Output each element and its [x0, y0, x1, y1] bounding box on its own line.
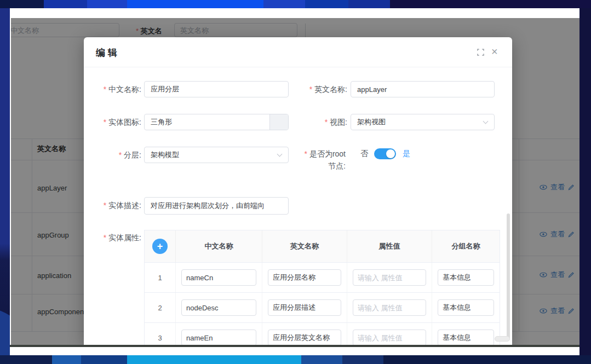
attr-value-input[interactable]: [353, 330, 426, 345]
attr-name-cn-input[interactable]: [181, 299, 256, 316]
dialog-scrollbar-thumb[interactable]: [507, 213, 510, 340]
attr-value-input[interactable]: [353, 299, 426, 316]
attr-group-input[interactable]: [438, 299, 494, 316]
entity-icon-label: 实体图标:: [84, 117, 141, 128]
entity-desc-label: 实体描述:: [84, 200, 141, 211]
row-index: 3: [145, 323, 176, 345]
layer-value: 架构模型: [151, 151, 179, 159]
app-window: 英文名 英文名称 appLayer appGroup application a…: [10, 8, 579, 355]
col-header-name-cn: 中文名称: [176, 230, 262, 262]
switch-off-text: 否: [360, 149, 368, 159]
attr-name-en-input[interactable]: [268, 299, 341, 316]
view-select[interactable]: 架构视图: [351, 114, 495, 130]
attr-group-input[interactable]: [438, 330, 494, 345]
attr-name-cn-input[interactable]: [181, 269, 256, 286]
entity-desc-input[interactable]: [144, 197, 289, 215]
row-index: 2: [145, 293, 176, 322]
layer-label: 分层:: [84, 149, 141, 160]
switch-on-text: 是: [403, 149, 410, 159]
view-label: 视图:: [292, 117, 347, 128]
attr-name-cn-input[interactable]: [181, 330, 256, 345]
attribute-row: 3: [145, 322, 500, 345]
name-en-label: 英文名称:: [292, 84, 347, 95]
browser-viewport: 英文名 英文名称 appLayer appGroup application a…: [11, 18, 579, 345]
name-cn-label: 中文名称:: [84, 84, 141, 95]
entity-icon-value: 三角形: [151, 118, 172, 126]
col-header-group: 分组名称: [432, 230, 500, 262]
wallpaper-curve-shape: [0, 307, 10, 355]
attr-name-en-input[interactable]: [268, 269, 341, 286]
attribute-row: 1: [145, 262, 500, 292]
attr-value-input[interactable]: [353, 269, 426, 286]
table-hscrollbar-thumb[interactable]: [495, 336, 510, 342]
view-value: 架构视图: [357, 118, 386, 126]
col-header-name-en: 英文名称: [262, 230, 347, 262]
toggle-knob: [386, 149, 395, 158]
entity-attrs-label: 实体属性:: [84, 232, 141, 243]
attr-name-en-input[interactable]: [268, 330, 341, 345]
name-cn-input[interactable]: [144, 81, 289, 97]
attribute-row: 2: [145, 292, 500, 322]
add-attribute-button[interactable]: [152, 239, 168, 254]
wallpaper-top-band: [0, 0, 591, 8]
col-header-value: 属性值: [347, 230, 432, 262]
row-index: 1: [145, 263, 176, 292]
attr-group-input[interactable]: [438, 269, 494, 286]
is-root-toggle[interactable]: [374, 148, 396, 159]
chevron-down-icon: [277, 152, 283, 157]
is-root-label: 是否为root节点:: [303, 148, 346, 172]
layer-select[interactable]: 架构模型: [144, 147, 289, 163]
edit-dialog: 编辑 × 中文名称: 英文名称: 实体图标: 三角形 视图: 架: [84, 37, 512, 345]
wallpaper-bottom-band: [0, 355, 591, 364]
entity-icon-input[interactable]: 三角形: [144, 114, 289, 130]
attribute-table: 中文名称 英文名称 属性值 分组名称 1 2: [144, 230, 500, 345]
close-icon[interactable]: ×: [491, 46, 498, 57]
chevron-down-icon: [483, 119, 489, 124]
wallpaper-right-strip: [579, 8, 591, 355]
wallpaper-left-strip: [0, 8, 10, 355]
dialog-header: 编辑 ×: [84, 37, 512, 67]
dialog-title: 编辑: [96, 47, 120, 59]
viewport-bottom-edge: [10, 345, 579, 347]
icon-picker-addon[interactable]: [269, 114, 288, 130]
attribute-table-header: 中文名称 英文名称 属性值 分组名称: [145, 230, 500, 262]
fullscreen-icon[interactable]: [477, 48, 484, 58]
name-en-input[interactable]: [351, 81, 495, 97]
